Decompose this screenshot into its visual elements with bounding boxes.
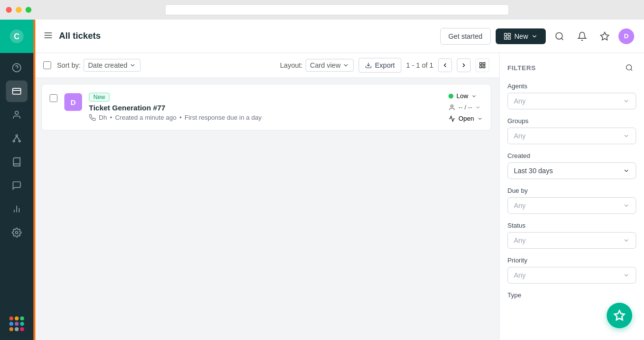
svg-rect-20 [508,33,510,36]
due-by-chevron-icon [623,202,630,209]
priority-badge[interactable]: Low [448,92,477,100]
select-all-checkbox[interactable] [43,61,51,69]
chevron-left-icon [442,62,448,69]
export-button[interactable]: Export [359,58,401,73]
sidebar-nav [0,53,33,308]
layout-value: Card view [310,61,340,69]
svg-line-33 [631,69,632,71]
chart-icon [12,204,22,214]
svg-line-24 [561,38,563,40]
svg-line-10 [14,136,17,140]
person-icon [12,110,22,120]
svg-text:C: C [14,32,20,41]
sidebar-item-chat[interactable] [6,175,28,196]
priority-dot [448,94,453,99]
toolbar-right: Layout: Card view [280,58,489,73]
ticket-checkbox[interactable] [50,94,57,102]
filter-agents: Agents Any [507,82,636,109]
close-btn[interactable] [6,7,12,13]
next-page-button[interactable] [457,58,471,72]
fab-button[interactable] [607,303,632,328]
ticket-list: D New Ticket Generation #77 [33,78,499,340]
svg-rect-29 [480,66,482,68]
sidebar-logo[interactable]: C [0,20,33,53]
grid-view-button[interactable] [476,58,489,72]
filter-created: Created Last 30 days [507,152,636,179]
user-avatar[interactable]: D [618,28,634,44]
ticket-status-badge[interactable]: Open [448,115,483,122]
ai-button[interactable] [596,27,614,45]
avatar: D [64,93,82,111]
layout-label: Layout: [280,61,303,69]
svg-point-7 [16,135,17,136]
notifications-button[interactable] [573,27,591,45]
ticket-title: Ticket Generation #77 [89,104,442,112]
filter-header: FILTERS [507,61,636,75]
status-dropdown[interactable]: Any [507,232,636,249]
svg-rect-28 [483,63,485,65]
dot-separator-2: • [179,114,182,121]
layout-section: Layout: Card view [280,59,354,72]
maximize-btn[interactable] [26,7,31,13]
agents-value: Any [514,97,526,105]
agents-chevron-icon [623,98,630,105]
menu-icon[interactable] [43,30,53,42]
priority-filter-chevron-icon [623,272,630,279]
filter-due-by: Due by Any [507,187,636,214]
search-button[interactable] [551,27,568,45]
ticket-number: #77 [153,104,166,112]
get-started-button[interactable]: Get started [440,28,491,45]
sort-dropdown[interactable]: Date created [84,59,140,72]
status-badge: New [89,93,110,102]
dot-4 [9,322,13,326]
url-bar[interactable] [165,4,509,15]
priority-dropdown[interactable]: Any [507,267,636,284]
filter-status: Status Any [507,222,636,249]
sidebar-item-network[interactable] [6,128,28,149]
agents-label: Agents [507,82,636,90]
table-row[interactable]: D New Ticket Generation #77 [41,84,491,131]
svg-point-15 [16,232,18,234]
svg-rect-22 [508,37,510,39]
book-icon [12,157,22,167]
created-chevron-icon [623,167,630,174]
due-by-dropdown[interactable]: Any [507,197,636,214]
export-label: Export [375,61,394,69]
network-icon [12,133,22,143]
sidebar-bottom [4,308,29,340]
sidebar-item-help[interactable] [6,57,28,78]
svg-point-8 [13,140,15,142]
agent-icon [448,104,455,111]
svg-point-31 [451,105,453,107]
chevron-right-icon [460,62,467,69]
due-by-value: Any [514,202,526,209]
filter-title: FILTERS [507,64,536,72]
agents-dropdown[interactable]: Any [507,93,636,109]
dot-3 [20,316,24,320]
filter-search-button[interactable] [622,61,636,75]
prev-page-button[interactable] [438,58,452,72]
minimize-btn[interactable] [16,7,22,13]
sidebar-item-reports[interactable] [6,198,28,220]
accent-bar [33,20,35,340]
status-label: Open [458,115,474,122]
new-button[interactable]: New [496,28,546,44]
new-icon [504,32,511,40]
sidebar-item-contacts[interactable] [6,104,28,126]
dot-8 [15,327,19,331]
ticket-name: Ticket Generation [89,104,151,112]
groups-dropdown[interactable]: Any [507,128,636,144]
sidebar-item-tickets[interactable] [6,80,28,102]
topnav: All tickets Get started New [33,20,644,53]
app-switcher[interactable] [4,312,29,336]
priority-chevron-icon [471,93,477,99]
ticket-right: Low -- / -- [448,92,483,122]
status-value: Any [514,236,526,244]
layout-dropdown[interactable]: Card view [306,59,354,72]
due-by-label: Due by [507,187,636,194]
sidebar-item-settings[interactable] [6,222,28,243]
sidebar-item-kb[interactable] [6,151,28,173]
agent-badge[interactable]: -- / -- [448,104,481,111]
created-dropdown[interactable]: Last 30 days [507,162,636,179]
export-icon [365,62,372,69]
